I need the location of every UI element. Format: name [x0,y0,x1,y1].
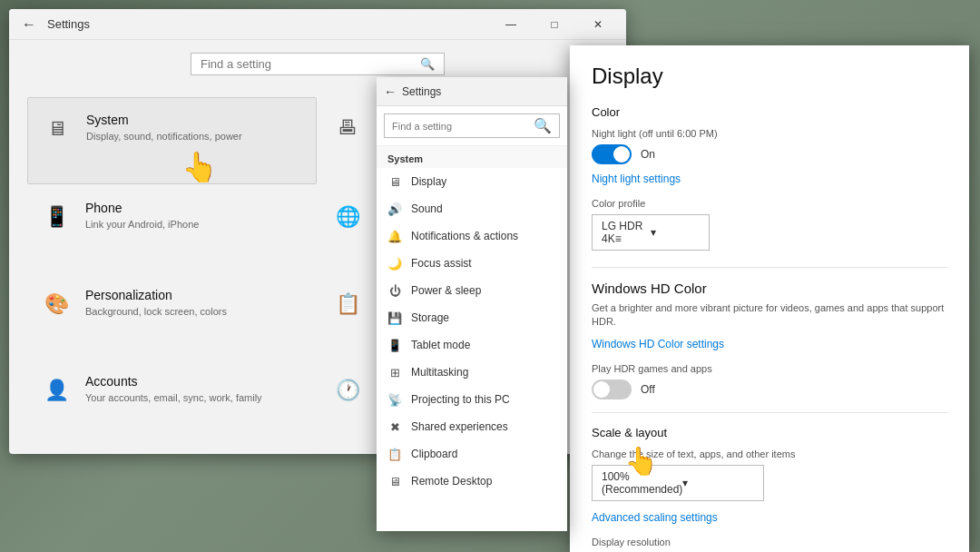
scale-value: 100% (Recommended) [602,470,682,496]
remote-nav-icon: 🖥 [387,474,402,488]
tablet-nav-icon: 📱 [387,338,402,352]
color-section-label: Color [592,105,947,119]
color-profile-value: LG HDR 4K≡ [602,220,651,245]
night-light-label: Night light (off until 6:00 PM) [592,128,947,139]
power-nav-icon: ⏻ [387,283,402,298]
system-description: Display, sound, notifications, power [86,130,242,143]
power-nav-label: Power & sleep [411,284,481,297]
nav-item-display[interactable]: 🖥 Display [377,168,567,195]
personalization-description: Background, lock screen, colors [85,305,227,318]
display-title: Display [592,64,947,89]
nav-item-remote[interactable]: 🖥 Remote Desktop [377,468,567,495]
settings-item-system[interactable]: 🖥 System Display, sound, notifications, … [27,97,317,184]
main-titlebar: ← Settings — □ ✕ [9,9,626,40]
notifications-nav-label: Notifications & actions [411,230,518,242]
sys-title-text: Settings [402,85,441,98]
display-content: Display Color Night light (off until 6:0… [570,45,969,552]
play-hdr-label: Play HDR games and apps [592,363,947,374]
settings-item-phone[interactable]: 📱 Phone Link your Android, iPhone [27,186,317,271]
color-profile-label: Color profile [592,198,947,209]
night-light-toggle-label: On [641,148,655,161]
phone-text: Phone Link your Android, iPhone [85,201,199,231]
notifications-nav-icon: 🔔 [387,229,402,243]
sys-section-header: System [377,146,567,168]
personalization-title: Personalization [85,288,227,302]
phone-icon: 📱 [40,201,73,233]
main-search-input[interactable] [201,57,420,71]
settings-item-personalization[interactable]: 🎨 Personalization Background, lock scree… [27,273,317,359]
accounts-title: Accounts [85,374,262,389]
display-nav-icon: 🖥 [387,174,402,189]
phone-description: Link your Android, iPhone [85,218,199,231]
sys-search-wrap[interactable]: 🔍 [384,113,560,138]
play-hdr-toggle-row: Off [592,380,947,399]
sys-search-icon: 🔍 [534,117,552,134]
personalization-text: Personalization Background, lock screen,… [85,288,227,318]
scale-section: Scale & layout Change the size of text, … [592,426,947,547]
accounts-icon: 👤 [40,374,73,407]
apps-icon: 📋 [331,288,364,320]
nav-item-notifications[interactable]: 🔔 Notifications & actions [377,222,567,250]
play-hdr-toggle-label: Off [641,383,655,396]
night-light-settings-link[interactable]: Night light settings [592,172,681,185]
maximize-button[interactable]: □ [534,9,575,40]
scale-dropdown[interactable]: 100% (Recommended) ▾ [592,465,764,501]
nav-item-sound[interactable]: 🔊 Sound [377,195,567,222]
shared-nav-icon: ✖ [387,419,402,434]
settings-item-accounts[interactable]: 👤 Accounts Your accounts, email, sync, w… [27,360,317,445]
minimize-button[interactable]: — [490,9,532,40]
nav-item-tablet[interactable]: 📱 Tablet mode [377,331,567,359]
night-light-toggle[interactable] [592,144,632,164]
main-search-wrap[interactable]: 🔍 [191,53,445,75]
accounts-text: Accounts Your accounts, email, sync, wor… [85,374,262,404]
focus-nav-label: Focus assist [411,257,472,270]
system-icon: 🖥 [41,113,74,145]
nav-item-multitasking[interactable]: ⊞ Multitasking [377,359,567,386]
main-title: Settings [47,17,90,31]
system-title: System [86,113,242,127]
play-hdr-toggle[interactable] [592,380,632,399]
sys-titlebar: ← Settings [377,77,567,106]
multitasking-nav-icon: ⊞ [387,365,402,380]
sys-back-button[interactable]: ← [384,84,397,99]
windows-hd-description: Get a brighter and more vibrant picture … [592,301,947,330]
nav-item-power[interactable]: ⏻ Power & sleep [377,277,567,304]
focus-nav-icon: 🌙 [387,256,402,271]
tablet-nav-label: Tablet mode [411,339,470,351]
play-hdr-toggle-knob [593,381,610,398]
projecting-nav-icon: 📡 [387,392,402,407]
sys-search-input[interactable] [392,121,534,132]
close-button[interactable]: ✕ [577,9,619,40]
sys-search-area: 🔍 [377,106,567,146]
main-search-icon: 🔍 [420,57,435,71]
nav-item-focus[interactable]: 🌙 Focus assist [377,250,567,277]
display-settings-window: Display Color Night light (off until 6:0… [570,45,969,552]
titlebar-controls: — □ ✕ [490,9,619,40]
scale-arrow-icon: ▾ [682,477,754,489]
nav-item-shared[interactable]: ✖ Shared experiences [377,413,567,440]
advanced-scaling-link[interactable]: Advanced scaling settings [592,511,718,524]
color-profile-dropdown[interactable]: LG HDR 4K≡ ▾ [592,214,710,251]
divider-1 [592,267,947,268]
clipboard-nav-icon: 📋 [387,447,402,461]
nav-item-clipboard[interactable]: 📋 Clipboard [377,440,567,468]
windows-hd-link[interactable]: Windows HD Color settings [592,338,724,350]
sound-nav-label: Sound [411,202,443,215]
devices-icon: 🖶 [331,112,364,144]
storage-nav-label: Storage [411,311,449,324]
network-icon: 🌐 [331,201,364,233]
night-light-toggle-row: On [592,144,947,164]
nav-item-projecting[interactable]: 📡 Projecting to this PC [377,386,567,413]
night-light-toggle-knob [613,146,630,163]
time-icon: 🕐 [331,374,364,407]
personalization-icon: 🎨 [40,288,73,320]
nav-item-storage[interactable]: 💾 Storage [377,304,567,331]
scale-change-label: Change the size of text, apps, and other… [592,448,947,459]
main-back-button[interactable]: ← [16,12,42,37]
projecting-nav-label: Projecting to this PC [411,393,510,406]
scale-layout-label: Scale & layout [592,426,947,439]
sound-nav-icon: 🔊 [387,202,402,216]
clipboard-nav-label: Clipboard [411,448,457,460]
sys-nav-list: 🖥 Display 🔊 Sound 🔔 Notifications & acti… [377,168,567,531]
multitasking-nav-label: Multitasking [411,366,468,379]
